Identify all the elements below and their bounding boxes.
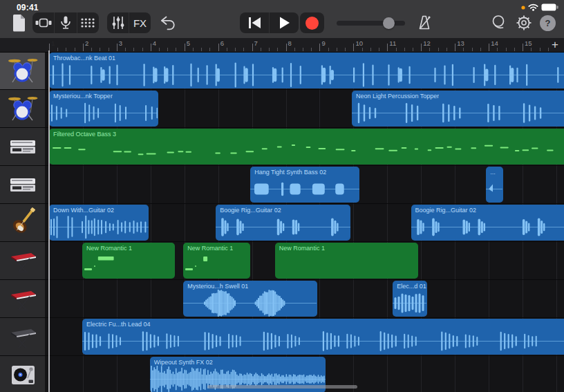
settings-button[interactable] [514,12,534,33]
waveform [486,176,502,203]
midi-region[interactable]: New Romantic 1 [82,243,175,279]
midi-region[interactable]: Filtered Octave Bass 3 [49,129,564,165]
audio-region[interactable]: Hang Tight Synth Bass 02 [250,167,359,203]
play-icon [277,16,291,30]
ruler-tick [185,44,185,51]
region-label: Mysteriou...nk Topper [53,93,113,100]
battery-icon [541,3,558,11]
privacy-dot-icon [521,6,525,10]
tracks-view-icon [35,14,53,32]
ruler-tick [362,48,363,51]
ruler-tick [421,44,422,51]
status-indicators [521,3,558,11]
track-header-9-turntable[interactable] [0,356,45,392]
loop-browser-button[interactable] [489,12,508,33]
ruler-tick [117,44,118,51]
audio-region[interactable]: Neon Light Percussion Topper [352,91,564,127]
stage-keyboard-dark-icon [7,321,39,352]
metronome-icon [415,14,433,32]
midi-notes [49,129,564,165]
ruler-tick [125,48,126,51]
track-header-1-drum-kit[interactable] [0,52,45,90]
waveform [82,328,564,355]
help-label: ? [545,18,551,28]
volume-slider-knob[interactable] [383,17,395,29]
track-row-divider [45,355,564,357]
loops-grid-button[interactable] [77,12,99,33]
help-button[interactable]: ? [540,15,556,31]
track-header-column [0,52,45,392]
ruler-tick [227,48,227,51]
record-button[interactable] [300,12,324,33]
ruler-bar-number: 14 [491,39,498,47]
wifi-icon [528,3,538,11]
ruler-tick [387,44,388,51]
ruler-tick [455,44,455,51]
ruler-bar-number: 4 [153,39,156,47]
classic-synth-icon [7,169,39,200]
undo-button[interactable] [158,12,178,33]
track-grid: Throwbac...nk Beat 01Mysteriou...nk Topp… [45,52,564,392]
controls-fx-group: FX [107,12,151,33]
ruler-tick [429,48,430,51]
ruler-tick [201,48,202,51]
track-header-3-classic-synth[interactable] [0,128,45,166]
playhead-line[interactable] [48,50,50,392]
ruler-tick [133,48,134,51]
region-label: Boogie Rig...Guitar 02 [220,207,281,214]
add-bars-button[interactable]: + [549,39,561,51]
gear-icon [515,14,533,32]
track-row-divider [45,279,564,281]
ruler-bar-number: 8 [288,39,292,47]
track-header-7-stage-keyboard-red[interactable] [0,280,45,318]
midi-region[interactable]: New Romantic 1 [275,243,418,279]
play-button[interactable] [269,12,299,33]
audio-region[interactable]: Elec...d 01 [393,281,426,317]
ruler-tick [523,44,523,51]
track-header-8-stage-keyboard-dark[interactable] [0,318,45,356]
ruler-tick [261,48,261,51]
ruler-tick [480,48,481,51]
track-header-4-classic-synth[interactable] [0,166,45,204]
fx-button[interactable]: FX [129,12,151,33]
ruler-bar-number: 5 [187,39,190,47]
horizontal-scrollbar[interactable] [207,385,357,389]
audio-region[interactable]: Mysteriou...nk Topper [49,91,158,127]
metronome-button[interactable] [415,12,434,33]
track-header-6-stage-keyboard-red[interactable] [0,242,45,280]
track-controls-button[interactable] [107,12,129,33]
sliders-icon [109,14,127,32]
microphone-button[interactable] [54,12,76,33]
ruler-tick [167,48,168,51]
region-label: Neon Light Percussion Topper [356,93,439,100]
audio-region[interactable]: Mysteriou...h Swell 01 [183,281,317,317]
track-header-2-drum-kit[interactable] [0,90,45,128]
rewind-button[interactable] [240,12,269,33]
document-icon [11,14,26,32]
ruler-tick [353,44,354,51]
garageband-app: 09:41 [0,0,564,392]
ruler-tick [243,48,244,51]
track-header-5-electric-guitar[interactable] [0,204,45,242]
tracks-view-button[interactable] [32,12,54,33]
audio-region[interactable]: Electric Fu...th Lead 04 [82,319,564,355]
audio-region[interactable]: Boogie Rig...Guitar 02 [411,205,564,241]
ruler-bar-number: 9 [321,39,325,47]
midi-region[interactable]: New Romantic 1 [183,243,250,279]
region-label: Elec...d 01 [397,283,426,290]
audio-region[interactable]: Throwbac...nk Beat 01 [49,53,564,88]
turntable-icon [7,360,39,390]
audio-region[interactable]: ... [486,167,502,203]
audio-region[interactable]: Down With...Guitar 02 [49,205,149,241]
audio-region[interactable]: Boogie Rig...Guitar 02 [216,205,350,241]
ruler-tick [370,48,371,51]
ruler-tick [404,48,405,51]
loop-icon [489,14,507,32]
timeline-ruler[interactable]: 123456789101112131415 [0,38,564,53]
transport-group [240,12,299,33]
master-volume-slider[interactable] [337,17,405,29]
record-dot-icon [306,17,319,30]
region-label: Wipeout Synth FX 02 [154,359,213,366]
documents-button[interactable] [9,12,28,33]
drum-kit-icon [7,93,39,124]
